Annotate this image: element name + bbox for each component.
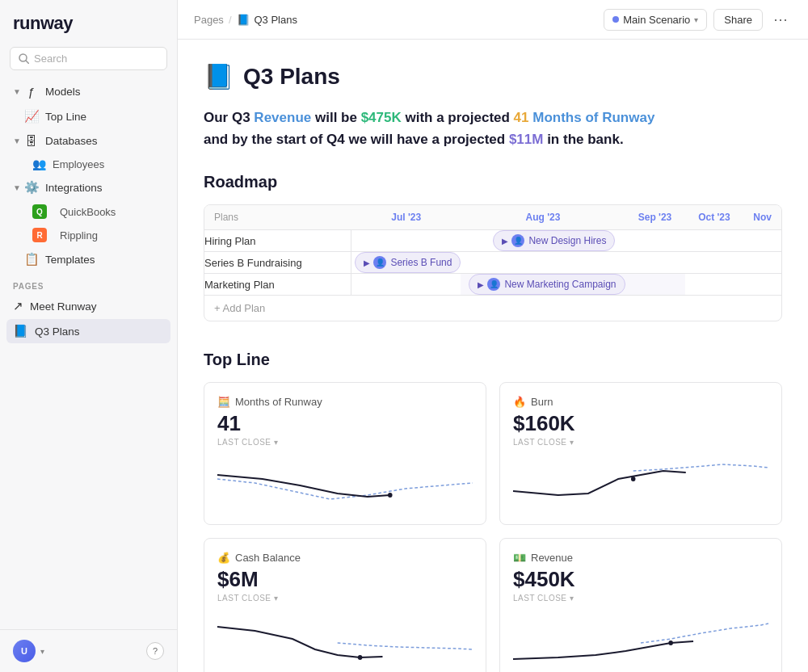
col-jul: Jul '23	[351, 205, 461, 230]
search-input[interactable]: Search	[10, 47, 167, 70]
summary-41: 41	[514, 110, 529, 125]
summary-revenue: Revenue	[254, 110, 311, 125]
search-placeholder: Search	[34, 52, 67, 65]
chart-revenue-title: Revenue	[531, 552, 573, 564]
page-item-meet-runway[interactable]: ↗ Meet Runway	[6, 294, 170, 318]
table-row: Series B Fundraising ▶ 👤 Series B Fund	[204, 252, 781, 274]
col-sep: Sep '23	[625, 205, 685, 230]
breadcrumb-pages[interactable]: Pages	[194, 14, 224, 26]
chart-burn-header: 🔥 Burn	[513, 396, 768, 408]
topline-title: Top Line	[204, 351, 782, 369]
hiring-jul	[351, 230, 461, 252]
breadcrumb-page-icon: 📘	[237, 14, 250, 26]
hiring-aug: ▶ 👤 New Design Hires	[461, 230, 684, 252]
chart-revenue-icon: 💵	[513, 552, 526, 564]
scenario-dot	[612, 16, 619, 23]
topline-section: Top Line 🧮 Months of Runway 41 LAST CLOS…	[204, 351, 782, 672]
sublabel-chevron: ▾	[274, 438, 279, 447]
summary-months: Months of Runway	[529, 110, 655, 125]
add-plan-row[interactable]: + Add Plan	[204, 296, 781, 321]
chart-months-icon: 🧮	[217, 396, 230, 408]
sidebar-item-employees[interactable]: 👥 Employees	[6, 153, 170, 174]
user-chevron-icon[interactable]: ▾	[40, 647, 44, 656]
more-options-button[interactable]: ⋯	[769, 8, 792, 31]
sublabel-chevron: ▾	[570, 594, 574, 603]
chart-revenue-value: $450K	[513, 567, 768, 592]
share-button[interactable]: Share	[713, 9, 763, 31]
chart-cash-area	[217, 611, 473, 667]
sidebar-item-quickbooks[interactable]: Q QuickBooks	[6, 200, 170, 223]
databases-icon: 🗄	[24, 134, 39, 148]
page-item-label: Meet Runway	[30, 300, 97, 313]
col-plans: Plans	[204, 205, 351, 230]
scenario-button[interactable]: Main Scenario ▾	[604, 9, 707, 31]
svg-line-1	[26, 61, 29, 64]
sidebar-item-templates[interactable]: 📋 Templates	[6, 247, 170, 271]
sublabel-chevron: ▾	[274, 594, 279, 603]
sidebar-item-label: Templates	[45, 254, 95, 266]
integrations-icon: ⚙️	[24, 180, 39, 195]
help-button[interactable]: ?	[146, 642, 164, 660]
months-sparkline	[217, 455, 473, 511]
sublabel-chevron: ▾	[570, 438, 574, 447]
svg-point-5	[668, 640, 673, 645]
sidebar-item-databases[interactable]: ▼ 🗄 Databases	[6, 129, 170, 153]
bar-label: Series B Fund	[390, 257, 452, 268]
seriesb-sep	[625, 252, 685, 274]
user-avatar[interactable]: U	[13, 640, 36, 662]
sidebar-item-models[interactable]: ▼ ƒ Models	[6, 80, 170, 103]
sidebar-item-label: Top Line	[45, 111, 86, 123]
svg-point-4	[358, 655, 363, 660]
sidebar-item-integrations[interactable]: ▼ ⚙️ Integrations	[6, 175, 170, 200]
svg-point-2	[388, 493, 393, 498]
breadcrumb-current-label: Q3 Plans	[255, 14, 297, 26]
sidebar-item-topline[interactable]: 📈 Top Line	[6, 104, 170, 128]
chart-cash-icon: 💰	[217, 552, 230, 564]
chart-months-value: 41	[217, 411, 473, 436]
topbar: Pages / 📘 Q3 Plans Main Scenario ▾ Share…	[178, 0, 808, 40]
sidebar-item-label: Models	[45, 86, 81, 98]
chart-cash-sublabel: LAST CLOSE ▾	[217, 594, 473, 603]
summary-text: Our Q3 Revenue will be $475K with a proj…	[204, 107, 782, 150]
topbar-right: Main Scenario ▾ Share ⋯	[604, 8, 792, 31]
integrations-chevron: ▼	[13, 183, 21, 192]
sidebar-item-label: QuickBooks	[60, 206, 116, 218]
breadcrumb-current: 📘 Q3 Plans	[237, 14, 297, 26]
scenario-label: Main Scenario	[623, 14, 690, 26]
page-item-q3-plans[interactable]: 📘 Q3 Plans	[6, 319, 170, 343]
q3-plans-icon: 📘	[13, 324, 28, 338]
chart-revenue: 💵 Revenue $450K LAST CLOSE ▾	[499, 538, 782, 672]
sidebar-item-label: Rippling	[60, 229, 98, 242]
add-plan-cell[interactable]: + Add Plan	[204, 296, 781, 321]
sidebar-item-rippling[interactable]: R Rippling	[6, 224, 170, 246]
topline-icon: 📈	[24, 109, 39, 124]
seriesb-gantt-bar[interactable]: ▶ 👤 Series B Fund	[355, 252, 461, 273]
scenario-chevron-icon: ▾	[694, 15, 698, 24]
hiring-oct	[685, 230, 744, 252]
chart-revenue-sublabel: LAST CLOSE ▾	[513, 594, 768, 603]
table-row: Marketing Plan ▶ 👤 New Marketing Campaig…	[204, 274, 781, 296]
chart-cash-title: Cash Balance	[235, 552, 301, 564]
bar-avatar: 👤	[511, 234, 524, 247]
hiring-gantt-bar[interactable]: ▶ 👤 New Design Hires	[493, 230, 615, 251]
roadmap-table: Plans Jul '23 Aug '23 Sep '23 Oct '23 No…	[204, 205, 781, 321]
app-logo: runway	[13, 13, 73, 34]
burn-sparkline	[513, 455, 768, 511]
bar-expand-icon: ▶	[364, 258, 370, 267]
chart-revenue-area	[513, 611, 768, 667]
col-nov: Nov	[743, 205, 781, 230]
sidebar-item-label: Integrations	[45, 182, 103, 194]
revenue-sparkline	[513, 611, 768, 667]
main-area: Pages / 📘 Q3 Plans Main Scenario ▾ Share…	[178, 0, 808, 672]
summary-475k: $475K	[361, 110, 402, 125]
marketing-gantt-bar[interactable]: ▶ 👤 New Marketing Campaign	[469, 274, 625, 295]
quickbooks-icon: Q	[32, 204, 47, 219]
summary-pre: Our Q3	[204, 110, 254, 125]
col-aug: Aug '23	[461, 205, 625, 230]
sidebar: runway Search ▼ ƒ Models 📈 Top Line ▼ 🗄 …	[0, 0, 178, 672]
roadmap-title: Roadmap	[204, 173, 782, 191]
page-title: Q3 Plans	[243, 64, 340, 90]
search-icon	[19, 53, 29, 64]
models-chevron: ▼	[13, 87, 21, 96]
logo-area: runway	[0, 0, 177, 44]
